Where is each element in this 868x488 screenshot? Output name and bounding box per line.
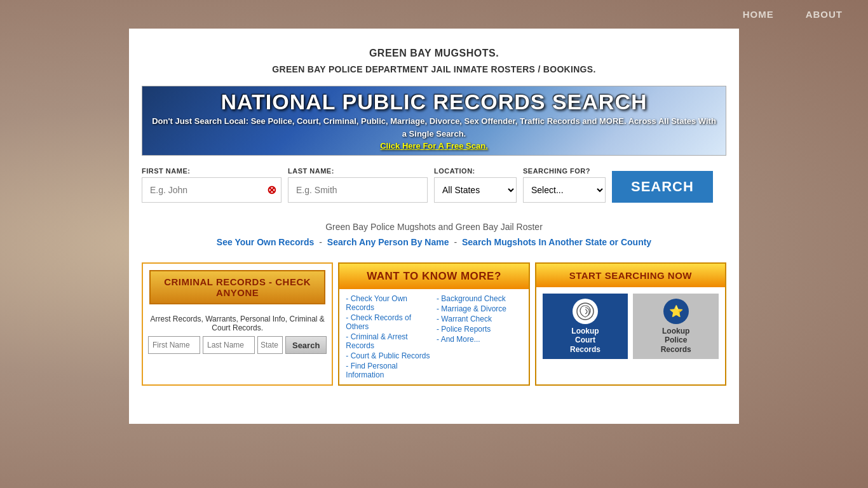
about-nav-link[interactable]: ABOUT [806,9,843,20]
start-box-header: START SEARCHING NOW [536,264,725,287]
criminal-records-box: CRIMINAL RECORDS - CHECK ANYONE Arrest R… [142,262,333,386]
know-more-links: - Check Your Own Records - Check Records… [339,289,528,384]
first-name-input-wrapper: ⊗ [142,177,281,203]
lookup-police-records-button[interactable]: ⭐ LookupPoliceRecords [633,294,719,359]
page-description: Green Bay Police Mugshots and Green Bay … [142,222,726,232]
know-more-link-10[interactable]: - And More... [437,335,522,344]
bottom-boxes: CRIMINAL RECORDS - CHECK ANYONE Arrest R… [142,262,726,386]
first-name-input[interactable] [142,177,281,203]
first-name-group: FIRST NAME: ⊗ [142,167,281,203]
home-nav-link[interactable]: HOME [743,9,774,20]
know-more-link-5[interactable]: - Find Personal Information [346,362,431,379]
know-more-title: WANT TO KNOW MORE? [346,270,522,283]
fingerprint-svg [576,302,595,321]
know-more-link-6[interactable]: - Background Check [437,294,522,303]
last-name-group: LAST NAME: [288,167,428,203]
criminal-box-title: CRIMINAL RECORDS - CHECK ANYONE [149,270,325,304]
banner-title: NATIONAL PUBLIC RECORDS SEARCH [221,91,648,112]
banner-ad[interactable]: NATIONAL PUBLIC RECORDS SEARCH Don't Jus… [142,86,726,156]
start-box-content: LookupCourtRecords ⭐ LookupPoliceRecords [536,287,725,365]
criminal-search-button[interactable]: Search [285,336,327,354]
page-links: See Your Own Records - Search Any Person… [142,237,726,247]
banner-link[interactable]: Click Here For A Free Scan. [380,141,488,151]
banner-overlay: NATIONAL PUBLIC RECORDS SEARCH Don't Jus… [142,86,726,155]
court-fingerprint-icon [573,299,598,324]
search-form: FIRST NAME: ⊗ LAST NAME: LOCATION: All S… [142,167,726,203]
criminal-box-form: Search [143,336,332,360]
banner-subtitle: Don't Just Search Local: See Police, Cou… [149,115,719,140]
know-more-link-2[interactable]: - Check Records of Others [346,313,431,331]
criminal-state-input[interactable] [257,336,283,354]
separator-1: - [319,237,325,247]
criminal-last-name-input[interactable] [203,336,255,354]
last-name-label: LAST NAME: [288,167,428,175]
location-select[interactable]: All States Alabama Alaska Arizona Califo… [434,177,517,203]
know-more-link-3[interactable]: - Criminal & Arrest Records [346,332,431,350]
know-more-header: WANT TO KNOW MORE? [339,264,528,289]
start-searching-box: START SEARCHING NOW LookupCourtRecords [535,262,726,386]
top-navigation: HOME ABOUT [0,0,868,29]
know-more-col-1: - Check Your Own Records - Check Records… [346,294,431,379]
search-button[interactable]: SEARCH [612,171,713,203]
search-mugshots-link[interactable]: Search Mugshots In Another State or Coun… [462,237,651,247]
page-title: GREEN BAY MUGSHOTS. [142,48,726,59]
criminal-box-header: CRIMINAL RECORDS - CHECK ANYONE [143,264,332,311]
criminal-first-name-input[interactable] [148,336,200,354]
police-badge-icon: ⭐ [663,299,689,324]
police-lookup-label: LookupPoliceRecords [661,327,691,354]
criminal-box-description: Arrest Records, Warrants, Personal Info,… [143,311,332,336]
know-more-link-1[interactable]: - Check Your Own Records [346,294,431,312]
lookup-court-records-button[interactable]: LookupCourtRecords [543,294,628,359]
separator-2: - [454,237,459,247]
last-name-input[interactable] [288,177,428,203]
searching-for-select[interactable]: Select... Background Check Criminal Reco… [523,177,606,203]
know-more-link-7[interactable]: - Marriage & Divorce [437,304,522,313]
first-name-label: FIRST NAME: [142,167,281,175]
start-box-title: START SEARCHING NOW [543,270,719,281]
court-lookup-label: LookupCourtRecords [570,327,600,354]
know-more-col-2: - Background Check - Marriage & Divorce … [437,294,522,379]
know-more-box: WANT TO KNOW MORE? - Check Your Own Reco… [338,262,529,386]
location-label: LOCATION: [434,167,517,175]
page-subtitle: GREEN BAY POLICE DEPARTMENT JAIL INMATE … [142,64,726,74]
main-container: GREEN BAY MUGSHOTS. GREEN BAY POLICE DEP… [129,29,739,424]
searching-for-label: SEARCHING FOR? [523,167,606,175]
know-more-link-4[interactable]: - Court & Public Records [346,351,431,360]
error-icon: ⊗ [267,183,276,197]
know-more-link-8[interactable]: - Warrant Check [437,315,522,323]
location-group: LOCATION: All States Alabama Alaska Ariz… [434,167,517,203]
searching-for-group: SEARCHING FOR? Select... Background Chec… [523,167,606,203]
own-records-link[interactable]: See Your Own Records [217,237,315,247]
search-person-link[interactable]: Search Any Person By Name [327,237,449,247]
know-more-link-9[interactable]: - Police Reports [437,325,522,334]
